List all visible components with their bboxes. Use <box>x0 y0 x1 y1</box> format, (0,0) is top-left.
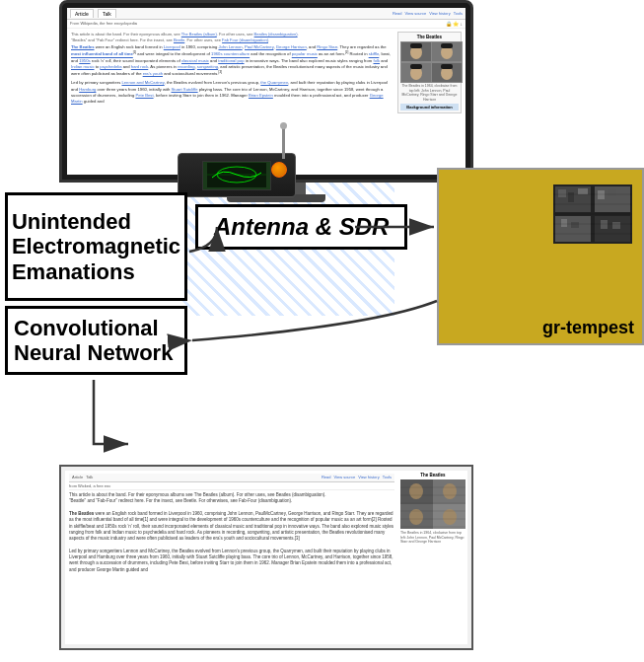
wiki-source-bar: From Wikipedia, the free encyclopedia 🔒 … <box>67 20 465 29</box>
beatles-infobox: The Beatles <box>397 32 462 113</box>
beatles-title-link[interactable]: The Beatles <box>71 44 95 49</box>
beatles-album-link[interactable]: The Beatles (album) <box>181 32 217 37</box>
bottom-beatles-title: The Beatles <box>400 473 465 478</box>
bottom-wiki-content: Article Talk Read View source View histo… <box>65 471 467 644</box>
wiki-secondary-text: Led by primary songwriters Lennon and Mc… <box>71 80 394 104</box>
tools-link[interactable]: Tools <box>454 11 463 16</box>
read-link[interactable]: Read <box>393 11 402 16</box>
bottom-image-column: The Beatles <box>398 471 467 644</box>
bottom-screen-section: Article Talk Read View source View histo… <box>59 465 493 662</box>
cnn-box: Convolutional Neural Network <box>5 306 187 375</box>
svg-rect-24 <box>598 190 605 199</box>
svg-rect-11 <box>410 64 422 69</box>
wiki-image-column: The Beatles <box>397 32 462 113</box>
article-tab[interactable]: Article <box>70 9 94 18</box>
bottom-main-text: This article is about the band. For thei… <box>69 492 394 573</box>
bottom-talk-tab[interactable]: Talk <box>86 475 93 480</box>
gr-tempest-label: gr-tempest <box>542 318 634 338</box>
unintended-emanations-text: Unintended Electromagnetic Emanations <box>12 209 180 284</box>
sdr-body <box>178 153 296 197</box>
starr-link[interactable]: Ringo Starr <box>317 44 337 49</box>
beatles-photo <box>400 41 463 83</box>
bottom-beatles-photo <box>400 479 465 529</box>
beatles-disambiguation-link[interactable]: Beatles (disambiguation) <box>254 32 298 37</box>
wiki-content: This article is about the band. For thei… <box>67 29 465 116</box>
svg-rect-10 <box>441 43 453 48</box>
bottom-view-source-link[interactable]: View source <box>333 475 355 480</box>
about-note: This article is about the band. For thei… <box>71 32 394 42</box>
beetle-link[interactable]: Beetle <box>174 37 184 42</box>
bottom-monitor-frame: Article Talk Read View source View histo… <box>59 465 473 650</box>
sdr-screen <box>202 161 271 190</box>
svg-rect-22 <box>568 192 574 202</box>
beatles-image-caption: The Beatles in 1964, clockwise from top … <box>400 84 459 102</box>
svg-rect-23 <box>578 188 588 194</box>
svg-rect-26 <box>561 219 567 227</box>
svg-rect-21 <box>558 189 566 197</box>
cnn-label: Convolutional Neural Network <box>14 316 179 366</box>
svg-rect-19 <box>555 216 591 242</box>
main-container: Article Talk Read View source View histo… <box>0 0 644 662</box>
sdr-indicator <box>271 162 287 178</box>
antenna-sdr-label: Antenna & SDR <box>214 213 389 241</box>
wiki-icons: 🔒 ⭐ ↓ <box>446 21 463 27</box>
wiki-read-links: Read View source View history Tools <box>393 11 463 16</box>
gr-tempest-section: gr-tempest <box>437 168 644 345</box>
unintended-emanations-box: Unintended Electromagnetic Emanations <box>5 192 187 301</box>
bottom-read-link[interactable]: Read <box>322 475 331 480</box>
bottom-article-tab[interactable]: Article <box>72 475 83 480</box>
antenna-sdr-section: Antenna & SDR <box>195 204 407 250</box>
bottom-text-column: Article Talk Read View source View histo… <box>65 471 398 644</box>
svg-rect-27 <box>571 222 579 228</box>
wiki-source-text: From Wikipedia, the free encyclopedia <box>70 21 137 27</box>
svg-rect-12 <box>441 64 453 69</box>
monitor-screen: Article Talk Read View source View histo… <box>67 8 465 175</box>
svg-rect-25 <box>608 189 616 196</box>
antenna-top <box>280 122 287 129</box>
bottom-tools-link[interactable]: Tools <box>383 475 392 480</box>
antenna-line <box>282 124 285 159</box>
bottom-view-history-link[interactable]: View history <box>358 475 380 480</box>
svg-rect-9 <box>410 43 422 48</box>
fab4-link[interactable]: Fab Four (disambiguation) <box>222 37 268 42</box>
noisy-reconstruction-image <box>553 184 632 244</box>
beatles-box-title: The Beatles <box>400 35 459 39</box>
bottom-image-caption: The Beatles in 1964, clockwise from top … <box>400 531 465 545</box>
bottom-toolbar: Article Talk Read View source View histo… <box>69 474 394 482</box>
antenna-sdr-box: Antenna & SDR <box>195 204 407 250</box>
svg-rect-29 <box>612 222 620 229</box>
view-source-link[interactable]: View source <box>404 11 426 16</box>
harrison-link[interactable]: George Harrison <box>276 44 307 49</box>
wiki-text-column: This article is about the band. For thei… <box>71 32 394 113</box>
talk-tab[interactable]: Talk <box>98 9 116 18</box>
svg-rect-28 <box>601 220 608 229</box>
mccartney-link[interactable]: Paul McCartney <box>245 44 273 49</box>
browser-toolbar: Article Talk Read View source View histo… <box>67 8 465 20</box>
wiki-main-text: The Beatles were an English rock band fo… <box>71 44 394 77</box>
view-history-link[interactable]: View history <box>429 11 451 16</box>
liverpool-link[interactable]: Liverpool <box>164 44 180 49</box>
lennon-link[interactable]: John Lennon <box>218 44 242 49</box>
bottom-source-bar: from Wicked, a free enc <box>69 482 394 491</box>
beatles-infobox-title: Background information <box>400 104 459 110</box>
influential-link[interactable]: most influential band of all time <box>71 52 133 57</box>
lennon-mccartney-link[interactable]: Lennon and McCartney <box>121 80 164 85</box>
